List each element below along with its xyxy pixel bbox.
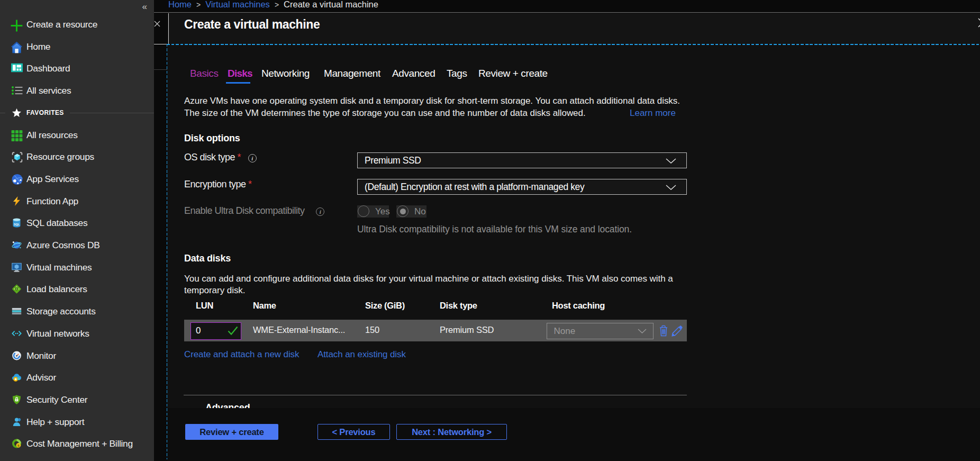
svg-text:SQL: SQL bbox=[14, 223, 20, 226]
svg-text:S: S bbox=[17, 444, 20, 447]
